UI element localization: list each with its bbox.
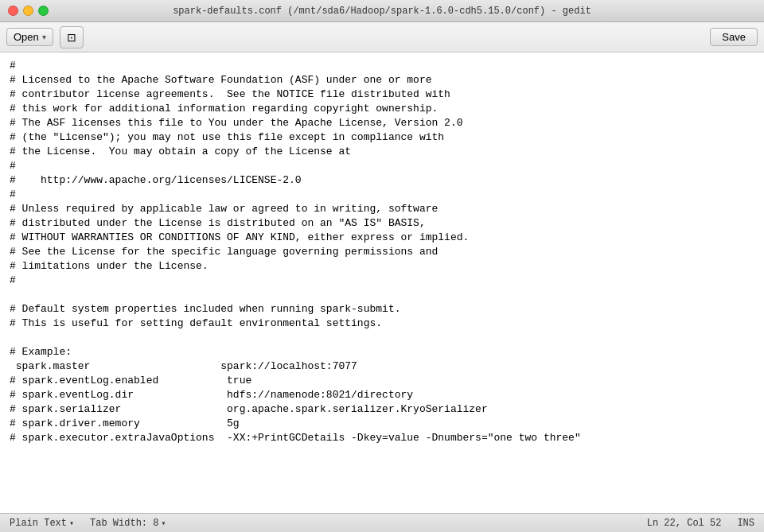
restore-icon: ⊡: [67, 31, 76, 44]
save-button[interactable]: Save: [710, 28, 758, 46]
edit-mode-label: INS: [737, 518, 754, 529]
restore-button[interactable]: ⊡: [60, 26, 84, 49]
window-title: spark-defaults.conf (/mnt/sda6/Hadoop/sp…: [173, 6, 591, 17]
open-button-label: Open: [14, 31, 39, 43]
editor-area[interactable]: # # Licensed to the Apache Software Foun…: [0, 52, 764, 513]
edit-mode: INS: [737, 518, 754, 529]
titlebar: spark-defaults.conf (/mnt/sda6/Hadoop/sp…: [0, 0, 764, 22]
window-controls[interactable]: [8, 6, 49, 16]
close-button[interactable]: [8, 6, 18, 16]
file-type-label: Plain Text: [10, 518, 67, 529]
toolbar: Open ▾ ⊡ Save: [0, 22, 764, 52]
cursor-position-label: Ln 22, Col 52: [647, 518, 722, 529]
minimize-button[interactable]: [23, 6, 33, 16]
open-button[interactable]: Open ▾: [6, 28, 53, 46]
file-type-arrow: ▾: [69, 518, 74, 528]
maximize-button[interactable]: [38, 6, 49, 16]
file-type-selector[interactable]: Plain Text ▾: [10, 518, 74, 529]
cursor-position: Ln 22, Col 52: [647, 518, 722, 529]
open-dropdown-arrow[interactable]: ▾: [42, 33, 46, 41]
tab-width-label: Tab Width: 8: [90, 518, 158, 529]
tab-width-selector[interactable]: Tab Width: 8 ▾: [90, 518, 166, 529]
statusbar: Plain Text ▾ Tab Width: 8 ▾ Ln 22, Col 5…: [0, 513, 764, 532]
tab-width-arrow: ▾: [161, 518, 166, 528]
code-content[interactable]: # # Licensed to the Apache Software Foun…: [0, 56, 764, 510]
